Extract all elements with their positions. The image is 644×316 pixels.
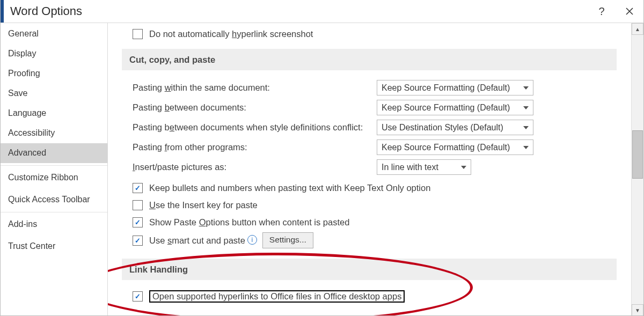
content-area: ▲ ▼ Do not automatically hyperlink scree… [108, 23, 643, 316]
open-hyperlinks-desktop-label: Open supported hyperlinks to Office file… [149, 290, 405, 303]
paste-option-select-0[interactable]: Keep Source Formatting (Default) [377, 80, 533, 95]
open-hyperlinks-desktop-checkbox[interactable] [133, 291, 143, 302]
paste-option-select-3[interactable]: Keep Source Formatting (Default) [377, 139, 533, 155]
close-button[interactable] [616, 0, 643, 23]
help-button[interactable]: ? [588, 0, 616, 23]
word-options-dialog: Word Options ? GeneralDisplayProofingSav… [0, 0, 644, 316]
paste-option-row-2: Pasting between documents when style def… [122, 117, 617, 137]
paste-option-select-2[interactable]: Use Destination Styles (Default) [377, 120, 533, 135]
scroll-down-button[interactable]: ▼ [632, 304, 643, 316]
title-bar: Word Options ? [1, 0, 643, 23]
paste-option-row-3: Pasting from other programs:Keep Source … [122, 137, 617, 157]
paste-checkbox-2[interactable] [133, 217, 143, 227]
paste-checkbox-row-2: Show Paste Options button when content i… [133, 214, 617, 231]
sidebar-item-general[interactable]: General [1, 24, 107, 44]
paste-option-label-3: Pasting from other programs: [133, 142, 377, 152]
link-handling-row: Open supported hyperlinks to Office file… [122, 288, 617, 305]
paste-checkbox-row-1: Use the Insert key for paste [133, 196, 617, 214]
dialog-body: GeneralDisplayProofingSaveLanguageAccess… [1, 23, 643, 316]
paste-checkbox-label-1: Use the Insert key for paste [149, 200, 258, 210]
title-actions: ? [588, 0, 643, 23]
smart-cut-paste-label: Use smart cut and paste [149, 236, 245, 246]
paste-checkbox-label-2: Show Paste Options button when content i… [149, 217, 349, 227]
sidebar-item-add-ins[interactable]: Add-ins [1, 212, 107, 237]
vertical-scrollbar[interactable]: ▲ ▼ [631, 23, 643, 316]
paste-option-row-4: Insert/paste pictures as:In line with te… [122, 157, 617, 177]
smart-cut-paste-row: Use smart cut and paste i Settings... [122, 232, 617, 249]
scroll-up-button[interactable]: ▲ [632, 23, 643, 35]
hyperlink-screenshot-row: Do not automatically hyperlink screensho… [122, 25, 617, 42]
section-cut-copy-paste: Cut, copy, and paste [122, 49, 617, 70]
dialog-title: Word Options [10, 4, 82, 18]
hyperlink-screenshot-label: Do not automatically hyperlink screensho… [149, 29, 313, 39]
hyperlink-screenshot-checkbox[interactable] [133, 29, 143, 39]
sidebar-item-display[interactable]: Display [1, 44, 107, 64]
paste-checkbox-label-0: Keep bullets and numbers when pasting te… [149, 183, 430, 193]
paste-checkbox-1[interactable] [133, 200, 143, 210]
sidebar-item-proofing[interactable]: Proofing [1, 64, 107, 84]
sidebar-item-save[interactable]: Save [1, 84, 107, 104]
paste-option-select-4[interactable]: In line with text [377, 159, 471, 175]
sidebar-item-quick-access-toolbar[interactable]: Quick Access Toolbar [1, 190, 107, 210]
info-icon[interactable]: i [247, 235, 257, 245]
paste-option-label-2: Pasting between documents when style def… [133, 122, 377, 133]
paste-option-label-0: Pasting within the same document: [133, 83, 377, 93]
paste-checkbox-row-0: Keep bullets and numbers when pasting te… [133, 179, 617, 196]
sidebar-item-customize-ribbon[interactable]: Customize Ribbon [1, 165, 107, 190]
sidebar-item-accessibility[interactable]: Accessibility [1, 123, 107, 143]
paste-option-row-1: Pasting between documents:Keep Source Fo… [122, 98, 617, 117]
sidebar-item-advanced[interactable]: Advanced [1, 143, 107, 163]
paste-option-label-1: Pasting between documents: [133, 102, 377, 113]
options-panel: Do not automatically hyperlink screensho… [108, 23, 632, 316]
scroll-thumb[interactable] [632, 130, 643, 179]
smart-cut-paste-checkbox[interactable] [133, 236, 143, 246]
paste-option-row-0: Pasting within the same document:Keep So… [122, 78, 617, 98]
sidebar-item-trust-center[interactable]: Trust Center [1, 237, 107, 256]
category-sidebar: GeneralDisplayProofingSaveLanguageAccess… [1, 23, 108, 316]
paste-checkbox-0[interactable] [133, 183, 143, 193]
paste-option-label-4: Insert/paste pictures as: [133, 162, 377, 172]
smart-cut-settings-button[interactable]: Settings... [262, 232, 313, 248]
sidebar-item-language[interactable]: Language [1, 104, 107, 123]
section-link-handling: Link Handling [122, 259, 617, 280]
paste-option-select-1[interactable]: Keep Source Formatting (Default) [377, 100, 533, 115]
close-icon [626, 8, 633, 15]
